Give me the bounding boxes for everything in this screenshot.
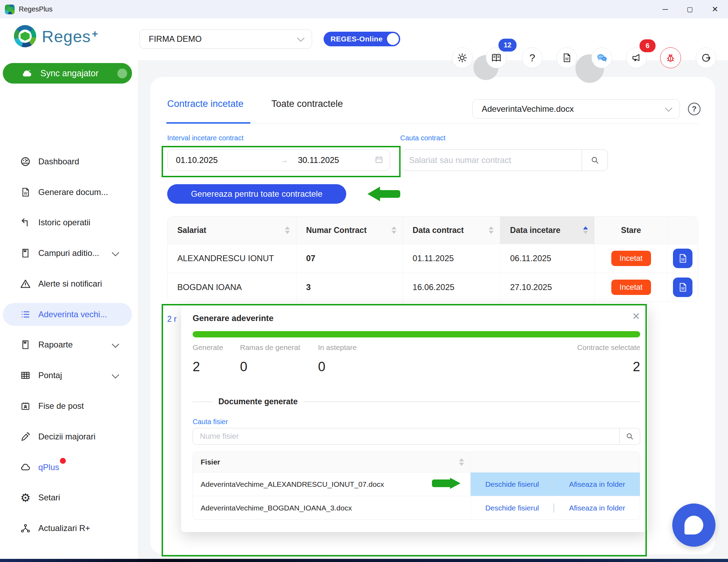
template-help-button[interactable]: ? — [688, 103, 700, 115]
guide-badge: 12 — [498, 39, 517, 52]
maximize-icon[interactable]: ▢ — [687, 6, 693, 13]
cell-file-name: AdeverintaVechime_BOGDAN_IOANA_3.docx — [193, 496, 471, 520]
stat-asteptare: In asteptare0 — [318, 343, 357, 374]
contract-search-input[interactable] — [402, 149, 582, 171]
sidebar-item-generare-documente[interactable]: W Generare docum... — [3, 181, 132, 204]
chevron-down-icon — [112, 249, 119, 256]
sync-angajator-button[interactable]: Sync angajator — [3, 63, 132, 84]
sidebar-item-actualizari[interactable]: Actualizari R+ — [3, 517, 132, 540]
svg-text:W: W — [681, 286, 685, 291]
window-title: RegesPlus — [19, 5, 53, 13]
cloud-sync-icon — [21, 68, 33, 79]
help-button[interactable]: ? — [522, 47, 543, 68]
table-row: BOGDAN IOANA 3 16.06.2025 27.10.2025 Inc… — [168, 273, 698, 302]
sidebar-item-setari[interactable]: ⚙ Setari — [3, 486, 132, 509]
toggle-knob — [387, 33, 399, 45]
theme-button[interactable] — [452, 47, 473, 68]
calendar-icon — [374, 155, 384, 165]
modal-title: Generare adeverinte — [193, 313, 273, 323]
sidebar-item-decizii-majorari[interactable]: Decizii majorari — [3, 425, 132, 448]
file-search-input[interactable] — [193, 428, 620, 445]
chat-bubbles-icon — [596, 52, 608, 64]
cloud-icon — [20, 461, 31, 473]
taskbar-edge — [0, 559, 728, 562]
sort-icon[interactable] — [285, 226, 290, 234]
sort-icon[interactable] — [392, 226, 396, 234]
cell-salariat: ALEXANDRESCU IONUT — [168, 244, 296, 273]
warning-triangle-icon — [20, 278, 31, 290]
minimize-icon[interactable]: ─ — [663, 6, 668, 13]
gear-icon: ⚙ — [20, 492, 31, 504]
sidebar-item-dashboard[interactable]: Dashboard — [3, 150, 132, 173]
window-titlebar: RegesPlus ─ ▢ ✕ — [0, 0, 728, 18]
sun-icon — [457, 53, 467, 63]
cell-salariat: BOGDAN IOANA — [168, 273, 296, 302]
contract-search-button[interactable] — [582, 149, 608, 171]
open-word-doc-button[interactable]: W — [673, 278, 692, 297]
company-select[interactable]: FIRMA DEMO — [139, 29, 312, 49]
results-count-text: 2 r — [167, 314, 177, 324]
show-in-folder-link[interactable]: Afiseaza in folder — [569, 504, 625, 512]
actions-separator — [553, 480, 554, 489]
column-header-fisier[interactable]: Fisier — [193, 452, 471, 472]
search-icon — [626, 432, 634, 440]
sidebar-item-istoric-operatii[interactable]: Istoric operatii — [3, 211, 132, 234]
date-from[interactable]: 01.10.2025 — [176, 155, 218, 165]
word-doc-icon: W — [20, 186, 31, 198]
sidebar-item-pontaj[interactable]: Pontaj — [3, 364, 132, 387]
list-icon — [20, 309, 31, 320]
sidebar-item-adeverinta-vechime[interactable]: Adeverinta vechi... — [3, 303, 132, 326]
sort-icon-active[interactable] — [583, 226, 588, 234]
generare-adeverinte-modal: Generare adeverinte ✕ Generate2 Ramas de… — [181, 306, 648, 532]
table-row: ALEXANDRESCU IONUT 07 01.11.2025 06.11.2… — [168, 244, 698, 273]
column-header-stare[interactable]: Stare — [595, 217, 668, 244]
template-select[interactable]: AdeverintaVechime.docx — [472, 99, 680, 119]
cell-numar-contract: 07 — [296, 244, 403, 273]
sort-icon[interactable] — [459, 458, 464, 466]
files-table-header: Fisier — [193, 452, 640, 472]
sidebar-item-alerte-notificari[interactable]: Alerte si notificari — [3, 272, 132, 295]
column-header-data-incetare[interactable]: Data incetare — [500, 217, 595, 244]
sort-icon[interactable] — [489, 226, 494, 234]
logout-icon — [701, 53, 711, 63]
generate-all-button[interactable]: Genereaza pentru toate contractele — [167, 184, 346, 204]
contracts-table-header: Salariat Numar Contract Data contract Da… — [168, 217, 698, 244]
annotation-arrow-generate — [367, 187, 400, 201]
sidebar-item-campuri-aditionale[interactable]: Campuri aditio... — [3, 242, 132, 265]
column-header-data-contract[interactable]: Data contract — [403, 217, 501, 244]
file-row: AdeverintaVechime_BOGDAN_IOANA_3.docx De… — [193, 496, 640, 520]
logout-button[interactable] — [696, 47, 717, 68]
bug-report-button[interactable] — [660, 47, 681, 68]
modal-close-icon[interactable]: ✕ — [632, 311, 640, 322]
support-chat-button[interactable] — [672, 504, 715, 547]
notification-dot — [60, 458, 66, 464]
word-template-button[interactable]: W — [556, 47, 577, 68]
close-icon[interactable]: ✕ — [712, 6, 718, 13]
file-search-button[interactable] — [620, 428, 640, 445]
book-icon — [491, 52, 502, 63]
molecule-icon — [20, 522, 31, 534]
open-word-doc-button[interactable]: W — [673, 249, 692, 268]
word-doc-icon: W — [562, 53, 572, 63]
sidebar-item-qplus[interactable]: qPlus — [3, 456, 132, 479]
date-range-picker[interactable]: 01.10.2025 → 30.11.2025 — [167, 149, 390, 171]
column-header-salariat[interactable]: Salariat — [168, 217, 296, 244]
reges-online-toggle[interactable]: REGES-Online — [324, 32, 400, 46]
open-file-link[interactable]: Deschide fisierul — [485, 480, 539, 489]
tab-contracte-incetate[interactable]: Contracte incetate — [167, 99, 243, 109]
open-file-link[interactable]: Deschide fisierul — [485, 504, 539, 512]
show-in-folder-link[interactable]: Afiseaza in folder — [569, 480, 625, 489]
sidebar-item-rapoarte[interactable]: Rapoarte — [3, 333, 132, 356]
files-table: Fisier AdeverintaVechime_ALEXANDRESCU_IO… — [193, 452, 640, 520]
date-to[interactable]: 30.11.2025 — [298, 155, 339, 165]
sidebar-item-fise-de-post[interactable]: Fise de post — [3, 395, 132, 417]
column-header-numar-contract[interactable]: Numar Contract — [296, 217, 403, 244]
interval-label: Interval incetare contract — [167, 134, 243, 142]
megaphone-icon — [631, 53, 642, 63]
company-select-value: FIRMA DEMO — [149, 34, 202, 44]
cell-file-actions: Deschide fisierul Afiseaza in folder — [471, 496, 640, 520]
file-row: AdeverintaVechime_ALEXANDRESCU_IONUT_07.… — [193, 472, 640, 496]
tab-toate-contractele[interactable]: Toate contractele — [271, 99, 343, 109]
search-icon — [590, 156, 599, 165]
chat-button[interactable] — [591, 47, 612, 68]
